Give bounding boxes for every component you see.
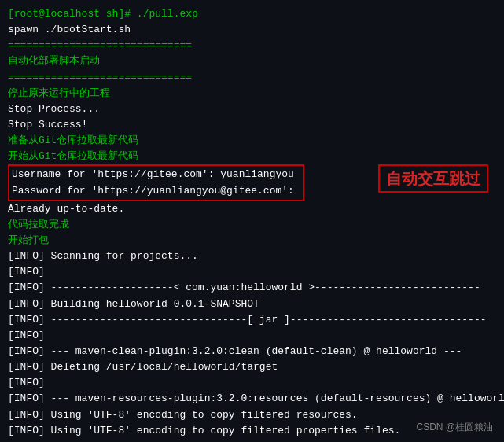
password-line: Password for 'https://yuanliangyou@gitee… (12, 183, 300, 199)
terminal-line: [INFO] --- maven-resources-plugin:3.2.0:… (8, 391, 496, 407)
terminal-line: [INFO] (8, 375, 496, 391)
terminal-line: 自动化部署脚本启动 (8, 53, 496, 69)
terminal-line: [INFO] (8, 264, 496, 280)
terminal-line: [INFO] Deleting /usr/local/helloworld/ta… (8, 359, 496, 375)
terminal-line: [INFO] --------------------------------[… (8, 312, 496, 328)
terminal-line: Stop Process... (8, 101, 496, 117)
terminal-line: Stop Success! (8, 117, 496, 133)
terminal-line: [INFO] Building helloworld 0.0.1-SNAPSHO… (8, 297, 496, 312)
terminal-line: 停止原来运行中的工程 (8, 86, 496, 101)
terminal-line: [INFO] --------------------< com.yuan:he… (8, 280, 496, 296)
terminal-line: ============================== (8, 38, 496, 53)
terminal-line: ============================== (8, 70, 496, 86)
terminal-line: [root@localhost sh]# ./pull.exp (8, 6, 496, 22)
terminal-line: spawn ./bootStart.sh (8, 22, 496, 38)
terminal-line: [INFO] --- maven-clean-plugin:3.2.0:clea… (8, 344, 496, 359)
git-credentials-block: Username for 'https://gitee.com': yuanli… (8, 164, 496, 201)
watermark: CSDN @桂圆粮油 (416, 421, 493, 434)
terminal-line: 开始打包 (8, 233, 496, 249)
terminal-line: [INFO] (8, 328, 496, 344)
terminal-line: 代码拉取完成 (8, 217, 496, 233)
terminal-window: [root@localhost sh]# ./pull.exp spawn ./… (0, 0, 504, 442)
username-line: Username for 'https://gitee.com': yuanli… (12, 167, 300, 182)
annotation-label: 自动交互跳过 (378, 164, 488, 193)
terminal-line: [INFO] Copying 1 resource (8, 439, 496, 442)
terminal-line: 准备从Git仓库拉取最新代码 (8, 133, 496, 149)
terminal-line: [INFO] Scanning for projects... (8, 249, 496, 264)
terminal-line: Already up-to-date. (8, 201, 496, 217)
terminal-line: 开始从Git仓库拉取最新代码 (8, 149, 496, 164)
